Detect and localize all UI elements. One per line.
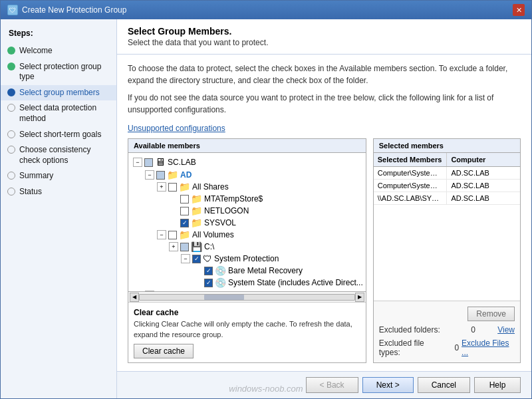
- tree-item-sysvol[interactable]: ✓ 📁 SYSVOL: [131, 217, 363, 229]
- label-netlogon: NETLOGON: [204, 206, 249, 215]
- main-area: Select Group Members. Select the data th…: [117, 19, 531, 398]
- tree-item-sysstate[interactable]: ✓ 💿 System State (includes Active Direct…: [131, 277, 363, 289]
- checkbox-c[interactable]: [180, 243, 189, 251]
- expander-sclab[interactable]: −: [133, 158, 142, 167]
- sidebar-label-welcome: Welcome: [19, 46, 53, 57]
- sidebar-label-type: Select protection group type: [19, 62, 110, 82]
- h-scrollbar[interactable]: ◀ ▶: [128, 291, 366, 302]
- sidebar-title: Steps:: [1, 26, 116, 43]
- panels-area: Available members − 🖥 SC.LAB: [128, 138, 521, 363]
- tree-area[interactable]: − 🖥 SC.LAB − 📁 AD: [128, 153, 366, 291]
- checkbox-sysvol[interactable]: ✓: [180, 219, 189, 227]
- label-sysstate: System State (includes Active Direct...: [228, 278, 363, 287]
- sidebar-label-summary: Summary: [19, 171, 53, 182]
- status-dot-members: [7, 88, 15, 96]
- status-dot-protection: [7, 104, 15, 112]
- tree-item-sysprot[interactable]: − ✓ 🛡 System Protection: [131, 253, 363, 265]
- excluded-folders-row: Excluded folders: 0 View: [379, 325, 515, 334]
- checkbox-netlogon[interactable]: [180, 207, 189, 215]
- tree-item-c[interactable]: + 💾 C:\: [131, 241, 363, 253]
- checkbox-allvolumes[interactable]: [168, 231, 177, 239]
- page-subtitle: Select the data that you want to protect…: [128, 38, 521, 47]
- back-button[interactable]: < Back: [306, 377, 358, 393]
- cell-computer-0: AD.SC.LAB: [447, 167, 520, 179]
- cell-computer-2: AD.SC.LAB: [447, 192, 520, 204]
- cancel-button[interactable]: Cancel: [418, 377, 470, 393]
- view-excluded-folders-link[interactable]: View: [497, 325, 515, 334]
- scroll-right-btn[interactable]: ▶: [355, 293, 364, 302]
- checkbox-baremetal[interactable]: ✓: [204, 267, 213, 275]
- sidebar-label-status: Status: [19, 187, 42, 198]
- cell-computer-1: AD.SC.LAB: [447, 180, 520, 192]
- sidebar-item-summary[interactable]: Summary: [1, 168, 116, 184]
- sidebar-item-select-type[interactable]: Select protection group type: [1, 59, 116, 85]
- h-scroll-thumb[interactable]: [204, 295, 244, 300]
- selected-footer: Remove Excluded folders: 0 View Excluded…: [374, 301, 520, 362]
- clear-cache-description: Clicking Clear Cache will only empty the…: [134, 319, 360, 340]
- close-button[interactable]: ✕: [513, 4, 525, 16]
- label-mtatempstore: MTATempStore$: [204, 194, 263, 203]
- excluded-folders-count: 0: [462, 325, 475, 334]
- excluded-types-row: Excluded file types: 0 Exclude Files ...: [379, 338, 515, 357]
- status-dot-short-term: [7, 130, 15, 138]
- expander-allshares[interactable]: +: [157, 182, 166, 192]
- checkbox-mtatempstore[interactable]: [180, 195, 189, 203]
- unsupported-link[interactable]: Unsupported configurations: [128, 124, 521, 133]
- table-row[interactable]: Computer\System Prot... AD.SC.LAB: [374, 180, 520, 192]
- exclude-files-link[interactable]: Exclude Files ...: [462, 338, 515, 357]
- scroll-left-btn[interactable]: ◀: [130, 293, 139, 302]
- clear-cache-section: Clear cache Clicking Clear Cache will on…: [128, 302, 366, 362]
- info-paragraph-1: To choose the data to protect, select th…: [128, 63, 521, 86]
- sidebar-item-short-term[interactable]: Select short-term goals: [1, 127, 116, 143]
- sidebar-label-protection: Select data protection method: [19, 103, 110, 124]
- checkbox-sclab[interactable]: [144, 158, 153, 167]
- checkbox-ad[interactable]: [156, 171, 165, 180]
- col-header-computer: Computer: [447, 153, 520, 166]
- checkbox-sysstate[interactable]: ✓: [204, 279, 213, 287]
- help-button[interactable]: Help: [474, 377, 521, 393]
- expander-ad[interactable]: −: [145, 170, 154, 180]
- table-header: Selected Members Computer: [374, 153, 520, 167]
- label-baremetal: Bare Metal Recovery: [228, 266, 303, 275]
- tree-item-sclab[interactable]: − 🖥 SC.LAB: [131, 156, 363, 169]
- cell-member-0: Computer\System Prot...: [374, 167, 448, 179]
- tree-item-ad[interactable]: − 📁 AD: [131, 169, 363, 181]
- page-header: Select Group Members. Select the data th…: [117, 19, 531, 55]
- tree-item-allshares[interactable]: + 📁 All Shares: [131, 181, 363, 193]
- tree-item-netlogon[interactable]: 📁 NETLOGON: [131, 205, 363, 217]
- next-button[interactable]: Next >: [362, 377, 414, 393]
- title-bar: 🛡 Create New Protection Group ✕: [1, 1, 531, 19]
- remove-button[interactable]: Remove: [467, 307, 515, 321]
- status-dot-status: [7, 188, 15, 196]
- clear-cache-title: Clear cache: [134, 308, 360, 317]
- sidebar: Steps: Welcome Select protection group t…: [1, 19, 117, 398]
- available-panel-title: Available members: [128, 139, 366, 153]
- main-content: To choose the data to protect, select th…: [117, 55, 531, 371]
- sidebar-label-members: Select group members: [19, 88, 100, 98]
- table-row[interactable]: \\AD.SC.LAB\SYSVOL AD.SC.LAB: [374, 192, 520, 205]
- info-paragraph-2: If you do not see the data source you wa…: [128, 92, 521, 116]
- label-allshares: All Shares: [192, 182, 229, 192]
- sidebar-item-welcome[interactable]: Welcome: [1, 43, 116, 59]
- footer-buttons: < Back Next > Cancel Help: [117, 371, 531, 398]
- sidebar-item-status[interactable]: Status: [1, 184, 116, 200]
- col-header-members: Selected Members: [374, 153, 448, 166]
- checkbox-allshares[interactable]: [168, 183, 177, 192]
- tree-item-mtatempstore[interactable]: 📁 MTATempStore$: [131, 193, 363, 205]
- expander-allvolumes[interactable]: −: [157, 230, 166, 239]
- sidebar-item-select-members[interactable]: Select group members: [1, 85, 116, 101]
- clear-cache-button[interactable]: Clear cache: [134, 344, 194, 358]
- checkbox-sysprot[interactable]: ✓: [192, 255, 201, 263]
- table-row[interactable]: Computer\System Prot... AD.SC.LAB: [374, 167, 520, 180]
- selected-table: Selected Members Computer Computer\Syste…: [374, 153, 520, 301]
- tree-item-baremetal[interactable]: ✓ 💿 Bare Metal Recovery: [131, 265, 363, 277]
- expander-sysprot[interactable]: −: [181, 254, 190, 263]
- sidebar-item-data-protection[interactable]: Select data protection method: [1, 100, 116, 126]
- sidebar-item-consistency[interactable]: Choose consistency check options: [1, 142, 116, 168]
- h-scroll-track[interactable]: [139, 294, 355, 301]
- selected-members-panel: Selected members Selected Members Comput…: [373, 138, 521, 363]
- tree-item-allvolumes[interactable]: − 📁 All Volumes: [131, 229, 363, 241]
- excluded-types-label: Excluded file types:: [379, 338, 444, 357]
- sidebar-label-consistency: Choose consistency check options: [19, 145, 110, 166]
- expander-c[interactable]: +: [169, 242, 178, 251]
